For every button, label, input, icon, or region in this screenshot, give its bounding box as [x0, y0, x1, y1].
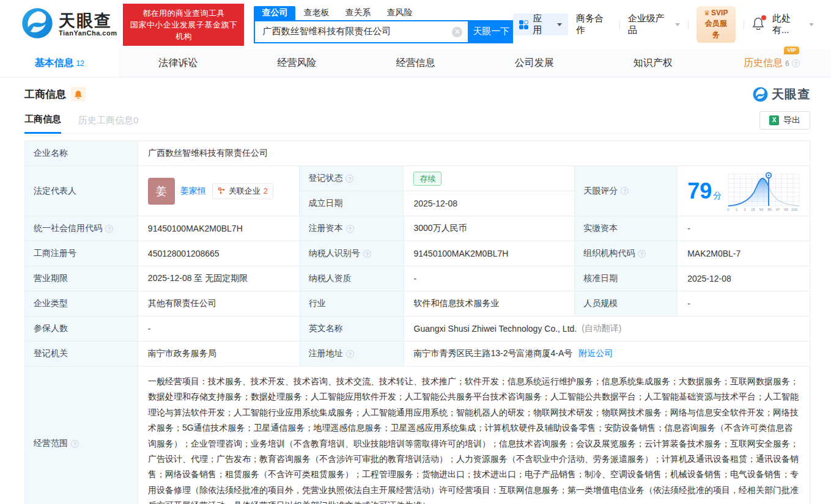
field-label: 登记机关 [25, 341, 138, 367]
search-tab-boss[interactable]: 查老板 [295, 6, 337, 20]
table-row: 企业类型 其他有限责任公司 行业 软件和信息技术服务业 人员规模 - [25, 291, 810, 316]
field-label: 天眼评分 [575, 166, 678, 216]
help-icon[interactable] [105, 225, 113, 233]
table-row: 参保人数 - 英文名称 Guangxi Shusi Zhiwei Technol… [25, 316, 810, 341]
promo-banner: 都在用的商业查询工具 国家中小企业发展子基金旗下机构 [123, 4, 244, 46]
subtab-business-info[interactable]: 工商信息 [24, 114, 61, 134]
auto-translate-note: (自动翻译) [582, 323, 621, 334]
tab-operation-risk[interactable]: 经营风险 [237, 49, 356, 77]
search-tabs: 查公司 查老板 查关系 查风险 [254, 6, 513, 20]
table-row: 营业期限 2025-12-08 至 无固定期限 纳税人资质 - 核准日期 202… [25, 266, 810, 291]
watermark-text: 天眼查 [772, 86, 810, 103]
field-label: 注册地址 [300, 341, 404, 367]
score-distribution-chart: 0 1 3 15 50 85 97 99 100 [725, 170, 803, 212]
status-badge: 存续 [413, 172, 441, 186]
search-input[interactable] [255, 21, 468, 42]
apps-label: 应用 [533, 13, 549, 36]
legal-rep-cell: 姜 姜家恒 关联企业 2 [138, 166, 300, 216]
help-icon[interactable] [346, 350, 354, 358]
tab-count: 12 [76, 59, 84, 68]
nearby-companies-link[interactable]: 附近公司 [578, 348, 613, 359]
chevron-down-icon [675, 23, 680, 26]
field-label: 人员规模 [575, 291, 678, 316]
related-companies-button[interactable]: 关联企业 2 [212, 183, 273, 199]
export-button[interactable]: 导出 [759, 111, 810, 130]
monitor-bell-button[interactable] [71, 87, 86, 101]
site-logo[interactable]: 天眼查 TianYanCha.com [21, 7, 117, 42]
svip-member-button[interactable]: ♛SVIP 会员服务 [696, 6, 736, 43]
logo-domain: TianYanCha.com [59, 29, 117, 37]
company-name-value: 广西数丝智维科技有限责任公司 [138, 141, 810, 166]
help-icon[interactable] [346, 225, 354, 233]
establish-date-value: 2025-12-08 [404, 191, 575, 216]
field-label: 工商注册号 [25, 241, 138, 266]
tab-count: 6 [785, 59, 789, 68]
field-value: 91450100MAK2M0BL7H [404, 241, 575, 266]
legal-rep-avatar[interactable]: 姜 [148, 178, 175, 205]
help-icon[interactable] [638, 250, 646, 258]
banner-line1: 都在用的商业查询工具 [128, 7, 238, 19]
address-cell: 南宁市青秀区民主路13-2号富港商厦4-A号 附近公司 [404, 341, 810, 367]
help-icon[interactable] [363, 250, 371, 258]
subtab-history-business-info[interactable]: 历史工商信息0 [78, 115, 138, 133]
search-tab-company[interactable]: 查公司 [254, 6, 295, 20]
tab-operation-info[interactable]: 经营信息 [356, 49, 475, 77]
field-label: 经营范围 [25, 367, 138, 504]
field-value: 2025-12-08 [678, 266, 810, 291]
chevron-down-icon [809, 23, 814, 26]
field-value: 其他有限责任公司 [138, 291, 300, 316]
section-title: 工商信息 [24, 87, 66, 101]
nav-enterprise[interactable]: 企业级产品 [628, 13, 680, 36]
field-label: 组织机构代码 [575, 241, 678, 266]
bell-icon [74, 90, 83, 99]
tab-company-development[interactable]: 公司发展 [475, 49, 594, 77]
crown-icon: ♛ [704, 9, 710, 17]
help-icon[interactable] [621, 187, 629, 195]
tianyancha-swirl-icon [21, 7, 53, 42]
field-label: 成立日期 [300, 191, 404, 216]
tab-basic-info[interactable]: 基本信息12 [0, 49, 119, 77]
svg-text:100: 100 [791, 208, 798, 211]
banner-line2: 国家中小企业发展子基金旗下机构 [128, 19, 238, 42]
field-label: 参保人数 [25, 316, 138, 341]
tianyancha-swirl-icon [753, 87, 768, 102]
table-row: 经营范围 一般经营项目：技术服务、技术开发、技术咨询、技术交流、技术转让、技术推… [25, 367, 810, 504]
search-clear-icon[interactable] [452, 27, 462, 37]
search-tab-relation[interactable]: 查关系 [337, 6, 379, 20]
divider [619, 20, 620, 29]
business-info-panel: 工商信息 天眼查 工商信息 历史工商信息0 导出 企业名称 [0, 86, 831, 504]
english-name-value: Guangxi Shusi Zhiwei Technology Co., Ltd… [414, 324, 577, 334]
field-label: 注册资本 [300, 216, 404, 241]
english-name-cell: Guangxi Shusi Zhiwei Technology Co., Ltd… [404, 316, 810, 341]
field-value: 450128001208665 [138, 241, 300, 266]
nav-account-more[interactable]: 此处有... [772, 13, 814, 36]
field-label: 法定代表人 [25, 166, 138, 216]
svg-text:1: 1 [736, 208, 738, 211]
tab-legal-litigation[interactable]: 法律诉讼 [119, 49, 237, 77]
nav-cooperation[interactable]: 商务合作 [576, 13, 611, 36]
svg-text:50: 50 [759, 208, 764, 211]
notifications-button[interactable] [752, 16, 764, 32]
search-area: 查公司 查老板 查关系 查风险 天眼一下 [254, 6, 513, 43]
related-company-icon [218, 187, 226, 195]
search-button[interactable]: 天眼一下 [469, 20, 513, 43]
tab-intellectual-property[interactable]: 知识产权 [594, 49, 712, 77]
company-section-tabs: 基本信息12 法律诉讼 经营风险 经营信息 公司发展 知识产权 历史信息 6 V… [0, 49, 831, 78]
help-icon[interactable] [71, 440, 79, 448]
apps-menu-button[interactable]: 应用 [513, 13, 567, 35]
field-value: - [678, 216, 810, 241]
help-icon[interactable] [792, 59, 800, 67]
legal-rep-link[interactable]: 姜家恒 [180, 186, 206, 197]
help-icon[interactable] [345, 175, 353, 183]
field-label: 纳税人识别号 [300, 241, 404, 266]
field-value: 2025-12-08 至 无固定期限 [138, 266, 300, 291]
tab-history-info[interactable]: 历史信息 6 VIP [712, 49, 831, 77]
field-label: 统一社会信用代码 [25, 216, 138, 241]
field-label: 登记状态 [300, 166, 404, 191]
logo-title: 天眼查 [59, 12, 117, 29]
table-row: 登记机关 南宁市政务服务局 注册地址 南宁市青秀区民主路13-2号富港商厦4-A… [25, 341, 810, 367]
search-tab-risk[interactable]: 查风险 [379, 6, 420, 20]
svg-text:0: 0 [727, 208, 729, 211]
notification-dot [761, 15, 766, 20]
reg-status-cell: 存续 [404, 166, 575, 191]
